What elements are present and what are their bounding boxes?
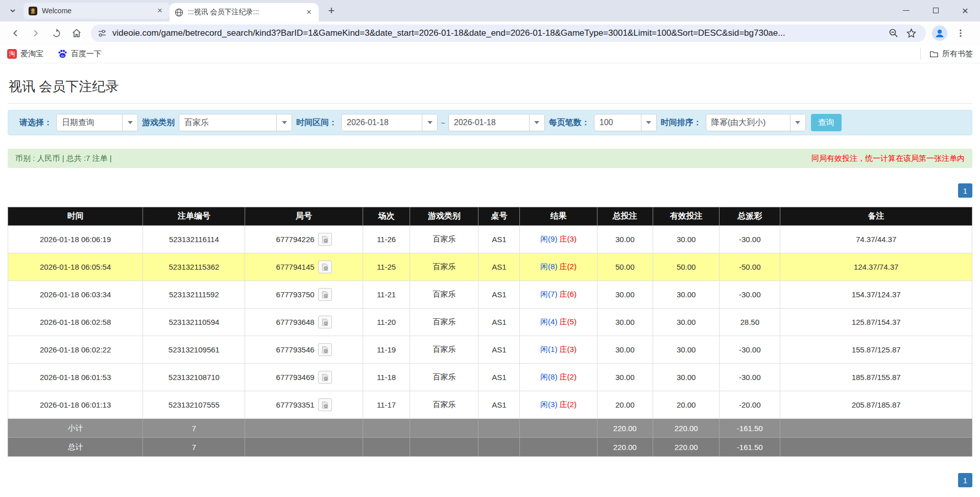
search-button[interactable]: 查询 [811,114,842,131]
column-header-4: 游戏类别 [410,207,479,226]
cell-time: 2026-01-18 06:01:53 [8,364,143,391]
bookmark-item-baidu[interactable]: du 百度一下 [58,49,102,59]
cell-note: 74.37/44.37 [780,226,972,253]
table-row: 2026-01-18 06:03:34 523132111592 6777937… [8,281,972,309]
dropdown-toggle[interactable] [529,114,544,131]
minimize-button[interactable] [891,0,921,20]
page-number-button[interactable]: 1 [958,473,972,487]
date-start-value: 2026-01-18 [342,114,422,131]
result-banker: 庄(2) [560,400,577,409]
page-number-button[interactable]: 1 [958,183,972,198]
column-header-6: 结果 [520,207,597,226]
menu-button[interactable] [950,23,971,43]
cell-session: 11-19 [363,336,410,364]
bookmark-star-icon[interactable] [902,26,920,41]
cell-empty [479,419,520,438]
tune-icon[interactable] [97,28,107,38]
cell-total-bet: 20.00 [597,391,653,419]
payout-cell: -20.00 [720,391,780,419]
round-number: 677794145 [276,263,315,271]
dropdown-toggle[interactable] [276,114,292,131]
payout-cell: -161.50 [720,419,780,438]
close-button[interactable]: × [950,0,980,20]
video-replay-button[interactable] [318,261,332,273]
video-replay-icon [320,290,330,299]
dropdown-toggle[interactable] [122,114,137,131]
round-number: 677794226 [276,235,315,244]
zoom-out-icon[interactable] [885,26,902,41]
cell-note: 185.87/155.87 [780,364,972,391]
home-button[interactable] [66,23,87,43]
new-tab-button[interactable]: + [324,3,339,18]
result-player: 闲(1) [540,345,557,353]
video-replay-button[interactable] [318,233,332,246]
maximize-button[interactable] [921,0,950,20]
cell-total-bet: 50.00 [597,253,653,281]
result-banker: 庄(3) [560,234,577,243]
back-icon [10,28,21,39]
table-row: 2026-01-18 06:06:19 523132116114 6777942… [8,226,972,253]
result-banker: 庄(2) [560,262,577,271]
cell-round: 677793351 [245,391,363,419]
select-type-label: 请选择： [19,117,52,128]
dropdown-toggle[interactable] [641,114,656,131]
three-dots-icon [956,29,965,38]
dropdown-toggle[interactable] [790,114,805,131]
video-replay-button[interactable] [318,398,332,411]
cell-total-bet: 30.00 [597,226,653,253]
video-replay-button[interactable] [318,288,332,301]
caret-down-icon [795,121,800,124]
summary-bar: 币别 : 人民币 | 总共 :7 注单 | 同局有效投注，统一计算在该局第一张注… [8,149,972,168]
per-page-select[interactable]: 100 [594,114,657,131]
column-header-5: 桌号 [479,207,520,226]
cell-session: 11-26 [363,226,410,253]
video-replay-button[interactable] [318,343,332,356]
bookmark-item-taobao[interactable]: 淘 爱淘宝 [7,49,43,59]
baidu-paw-icon: du [58,49,67,59]
reload-button[interactable] [46,23,66,43]
url-text: videoie.com/game/betrecord_search/kind3?… [112,28,885,38]
video-replay-icon [320,345,330,354]
cell-summary-valid-bet: 220.00 [653,419,720,438]
tab-search-button[interactable] [5,3,20,18]
all-bookmarks-button[interactable]: 所有书签 [920,49,973,60]
tab-close-icon[interactable]: × [304,7,314,17]
url-bar[interactable]: videoie.com/game/betrecord_search/kind3?… [91,25,926,42]
video-replay-icon [320,318,330,327]
forward-button[interactable] [26,23,46,43]
video-replay-button[interactable] [318,316,332,328]
game-kind-select[interactable]: 百家乐 [179,114,292,131]
cell-valid-bet: 30.00 [653,281,720,309]
payout-cell: 28.50 [720,309,780,336]
video-replay-icon [320,373,330,382]
cell-table-no: AS1 [479,309,520,336]
cell-note: 155.87/125.87 [780,336,972,364]
cell-total-bet: 30.00 [597,364,653,391]
cell-summary-valid-bet: 220.00 [653,438,720,457]
payout-cell: -30.00 [720,336,780,364]
video-replay-button[interactable] [318,371,332,384]
table-row: 2026-01-18 06:01:53 523132108710 6777934… [8,364,972,391]
result-player: 闲(4) [540,317,557,326]
svg-text:du: du [61,54,64,57]
result-player: 闲(8) [540,262,557,271]
date-end-select[interactable]: 2026-01-18 [448,114,545,131]
tab-close-icon[interactable]: × [155,6,164,16]
tab-bet-record[interactable]: :::视讯 会员下注纪录::: × [170,3,319,21]
result-banker: 庄(3) [560,345,577,353]
date-start-select[interactable]: 2026-01-18 [341,114,438,131]
sort-select[interactable]: 降幂(由大到小) [706,114,806,131]
profile-avatar[interactable] [932,26,947,41]
pagination-bottom: 1 [8,473,972,487]
tab-welcome[interactable]: Welcome × [23,3,170,19]
query-type-select[interactable]: 日期查询 [56,114,138,131]
table-footer: 小计 7 220.00 220.00 -161.50 总计 7 220.00 2… [8,419,972,457]
back-button[interactable] [5,23,26,43]
cell-game-kind: 百家乐 [410,253,479,281]
table-body: 2026-01-18 06:06:19 523132116114 6777942… [8,226,972,419]
result-player: 闲(8) [540,372,557,381]
taobao-icon: 淘 [7,49,17,59]
dropdown-toggle[interactable] [422,114,437,131]
result-player: 闲(7) [540,290,557,298]
all-bookmarks-label: 所有书签 [942,49,973,59]
